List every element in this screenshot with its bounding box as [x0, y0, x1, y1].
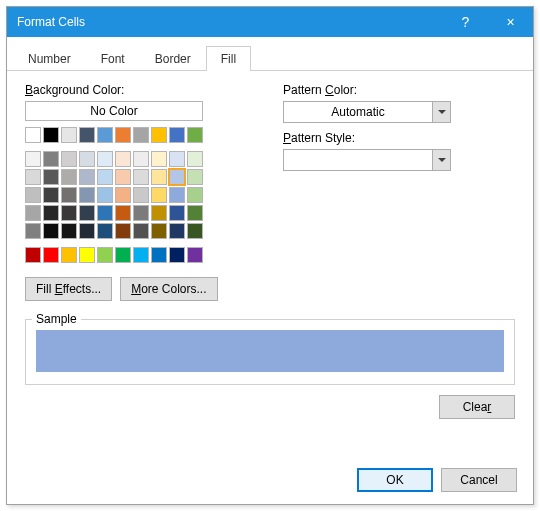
color-swatch[interactable]	[43, 205, 59, 221]
color-swatch[interactable]	[97, 151, 113, 167]
color-swatch[interactable]	[187, 247, 203, 263]
pattern-style-dropdown[interactable]	[283, 149, 451, 171]
color-swatch[interactable]	[169, 205, 185, 221]
color-swatch[interactable]	[79, 127, 95, 143]
color-swatch[interactable]	[187, 151, 203, 167]
color-swatch[interactable]	[151, 151, 167, 167]
color-swatch[interactable]	[151, 205, 167, 221]
dialog-title: Format Cells	[17, 15, 443, 29]
color-swatch[interactable]	[25, 247, 41, 263]
color-swatch[interactable]	[61, 205, 77, 221]
tab-fill[interactable]: Fill	[206, 46, 251, 71]
sample-section: Sample	[25, 319, 515, 385]
color-swatch[interactable]	[97, 127, 113, 143]
color-swatch[interactable]	[169, 247, 185, 263]
color-swatch[interactable]	[43, 223, 59, 239]
tab-font[interactable]: Font	[86, 46, 140, 71]
color-swatch[interactable]	[133, 223, 149, 239]
color-swatch[interactable]	[43, 187, 59, 203]
color-swatch[interactable]	[133, 247, 149, 263]
color-swatch[interactable]	[169, 151, 185, 167]
ok-button[interactable]: OK	[357, 468, 433, 492]
color-swatch[interactable]	[169, 187, 185, 203]
color-swatch[interactable]	[97, 223, 113, 239]
color-swatch[interactable]	[79, 169, 95, 185]
color-swatch[interactable]	[169, 223, 185, 239]
sample-label: Sample	[32, 312, 81, 326]
color-swatch[interactable]	[115, 205, 131, 221]
color-swatch[interactable]	[187, 127, 203, 143]
no-color-button[interactable]: No Color	[25, 101, 203, 121]
tab-strip: Number Font Border Fill	[7, 45, 533, 71]
color-swatch[interactable]	[151, 169, 167, 185]
fill-effects-button[interactable]: Fill Effects...	[25, 277, 112, 301]
color-swatch[interactable]	[169, 169, 185, 185]
background-color-label: Background Color:	[25, 83, 245, 97]
chevron-down-icon	[432, 102, 450, 122]
pattern-color-label: Pattern Color:	[283, 83, 515, 97]
color-swatch[interactable]	[97, 187, 113, 203]
color-swatch[interactable]	[115, 223, 131, 239]
color-swatch[interactable]	[115, 127, 131, 143]
title-bar: Format Cells ? ×	[7, 7, 533, 37]
cancel-button[interactable]: Cancel	[441, 468, 517, 492]
sample-preview	[36, 330, 504, 372]
color-swatch[interactable]	[79, 187, 95, 203]
color-swatch[interactable]	[61, 151, 77, 167]
color-swatch[interactable]	[61, 247, 77, 263]
color-swatch[interactable]	[25, 169, 41, 185]
color-swatch[interactable]	[115, 187, 131, 203]
color-swatch[interactable]	[25, 127, 41, 143]
pattern-style-label: Pattern Style:	[283, 131, 515, 145]
color-swatch[interactable]	[97, 247, 113, 263]
color-swatch[interactable]	[79, 247, 95, 263]
color-swatch[interactable]	[187, 169, 203, 185]
tab-border[interactable]: Border	[140, 46, 206, 71]
color-swatch[interactable]	[43, 169, 59, 185]
color-swatch[interactable]	[133, 151, 149, 167]
color-swatch[interactable]	[115, 151, 131, 167]
color-swatch[interactable]	[151, 223, 167, 239]
color-swatch[interactable]	[115, 247, 131, 263]
pattern-color-dropdown[interactable]: Automatic	[283, 101, 451, 123]
color-swatch[interactable]	[115, 169, 131, 185]
color-swatch[interactable]	[187, 187, 203, 203]
color-swatch[interactable]	[97, 169, 113, 185]
color-swatch[interactable]	[61, 169, 77, 185]
color-swatch[interactable]	[25, 187, 41, 203]
chevron-down-icon	[432, 150, 450, 170]
color-swatch[interactable]	[79, 205, 95, 221]
color-swatch[interactable]	[97, 205, 113, 221]
color-swatch[interactable]	[61, 223, 77, 239]
color-swatch[interactable]	[169, 127, 185, 143]
color-swatch[interactable]	[79, 223, 95, 239]
color-swatch[interactable]	[151, 247, 167, 263]
color-swatch[interactable]	[151, 127, 167, 143]
color-swatch[interactable]	[133, 169, 149, 185]
tab-number[interactable]: Number	[13, 46, 86, 71]
help-button[interactable]: ?	[443, 7, 488, 37]
color-swatch[interactable]	[79, 151, 95, 167]
clear-button[interactable]: Clear	[439, 395, 515, 419]
format-cells-dialog: Format Cells ? × Number Font Border Fill…	[6, 6, 534, 505]
theme-color-grid	[25, 151, 245, 239]
color-swatch[interactable]	[25, 223, 41, 239]
close-button[interactable]: ×	[488, 7, 533, 37]
color-swatch[interactable]	[43, 247, 59, 263]
theme-color-row	[25, 127, 245, 143]
color-swatch[interactable]	[133, 187, 149, 203]
color-swatch[interactable]	[187, 223, 203, 239]
color-swatch[interactable]	[43, 127, 59, 143]
color-swatch[interactable]	[61, 187, 77, 203]
color-swatch[interactable]	[133, 205, 149, 221]
color-swatch[interactable]	[25, 151, 41, 167]
color-swatch[interactable]	[187, 205, 203, 221]
color-swatch[interactable]	[61, 127, 77, 143]
color-swatch[interactable]	[133, 127, 149, 143]
color-swatch[interactable]	[151, 187, 167, 203]
pattern-section: Pattern Color: Automatic Pattern Style:	[283, 83, 515, 301]
background-color-section: Background Color: No Color Fill Effects.…	[25, 83, 245, 301]
color-swatch[interactable]	[25, 205, 41, 221]
color-swatch[interactable]	[43, 151, 59, 167]
more-colors-button[interactable]: More Colors...	[120, 277, 217, 301]
